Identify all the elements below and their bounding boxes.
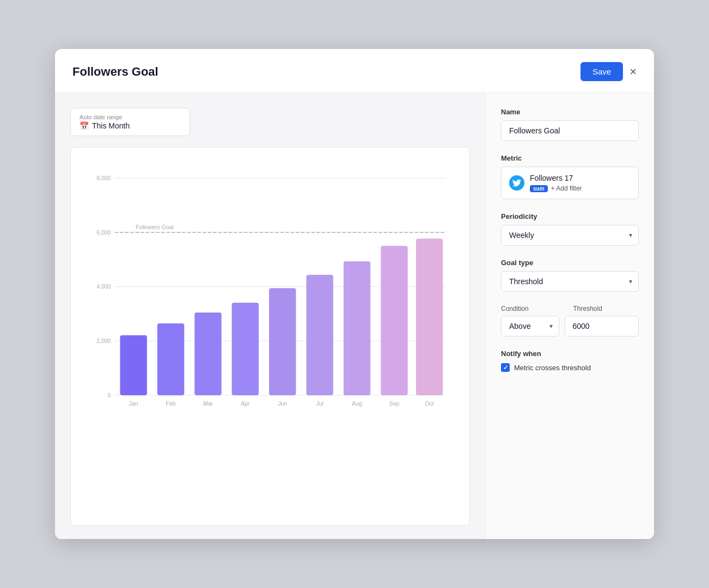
metric-name: Followers 17: [530, 174, 582, 182]
metric-section: Metric Followers 17 sum + Add filter: [501, 154, 639, 199]
name-section: Name: [501, 108, 639, 141]
metric-crosses-checkbox[interactable]: [501, 363, 510, 372]
condition-select-wrapper: Above Below Equal ▾: [501, 316, 559, 336]
svg-text:0: 0: [108, 393, 111, 399]
svg-rect-26: [381, 246, 407, 395]
modal: Followers Goal Save × Auto date range 📅 …: [55, 49, 654, 539]
left-panel: Auto date range 📅 This Month: [55, 93, 485, 539]
svg-text:8,000: 8,000: [96, 175, 111, 181]
svg-text:Jul: Jul: [316, 401, 323, 407]
date-range-value: 📅 This Month: [80, 121, 181, 130]
svg-rect-18: [232, 303, 259, 395]
twitter-icon: [509, 175, 524, 191]
notify-option-text: Metric crosses threshold: [514, 364, 591, 372]
condition-threshold-section: Condition Threshold Above Below Equal ▾: [501, 305, 639, 336]
calendar-icon: 📅: [80, 121, 89, 130]
periodicity-label: Periodicity: [501, 212, 639, 220]
bar-chart: 0 2,000 4,000 6,000 8,000 Followers Goal: [84, 161, 456, 444]
svg-text:6,000: 6,000: [96, 230, 111, 236]
condition-select[interactable]: Above Below Equal: [501, 316, 559, 336]
svg-text:Oct: Oct: [425, 401, 433, 407]
notify-row: Metric crosses threshold: [501, 363, 639, 372]
modal-title: Followers Goal: [72, 65, 158, 79]
metric-info: Followers 17 sum + Add filter: [530, 174, 582, 192]
svg-text:Sep: Sep: [389, 401, 400, 407]
goal-type-section: Goal type Threshold Target ▾: [501, 259, 639, 292]
goal-type-select-wrapper: Threshold Target ▾: [501, 271, 639, 292]
periodicity-select[interactable]: Weekly Daily Monthly: [501, 225, 639, 246]
goal-type-select[interactable]: Threshold Target: [501, 271, 639, 292]
svg-text:Followers Goal: Followers Goal: [136, 224, 174, 230]
svg-text:Aug: Aug: [352, 401, 362, 407]
periodicity-select-wrapper: Weekly Daily Monthly ▾: [501, 225, 639, 246]
periodicity-section: Periodicity Weekly Daily Monthly ▾: [501, 212, 639, 246]
metric-tags: sum + Add filter: [530, 185, 582, 192]
close-button[interactable]: ×: [629, 66, 637, 78]
add-filter-link[interactable]: + Add filter: [551, 185, 582, 192]
notify-label: Notify when: [501, 350, 639, 358]
svg-rect-24: [344, 261, 370, 395]
svg-rect-12: [120, 335, 147, 395]
modal-header: Followers Goal Save ×: [55, 49, 654, 93]
svg-text:2,000: 2,000: [96, 338, 111, 344]
threshold-value-input[interactable]: [565, 316, 639, 336]
metric-section-label: Metric: [501, 154, 639, 162]
save-button[interactable]: Save: [580, 62, 623, 81]
svg-rect-22: [307, 275, 333, 395]
chart-container: 0 2,000 4,000 6,000 8,000 Followers Goal: [70, 147, 470, 526]
right-panel: Name Metric Followers 17 sum: [485, 93, 654, 539]
metric-tag-sum: sum: [530, 185, 548, 192]
date-range-label: Auto date range: [80, 114, 181, 120]
svg-text:4,000: 4,000: [96, 284, 111, 290]
header-actions: Save ×: [580, 62, 637, 81]
svg-text:Feb: Feb: [166, 401, 176, 407]
modal-body: Auto date range 📅 This Month: [55, 93, 654, 539]
svg-text:Jun: Jun: [278, 401, 287, 407]
name-input[interactable]: [501, 120, 639, 141]
svg-text:Jan: Jan: [129, 401, 138, 407]
svg-text:Mar: Mar: [203, 401, 213, 407]
condition-row: Above Below Equal ▾: [501, 316, 639, 336]
name-section-label: Name: [501, 108, 639, 116]
condition-label: Condition: [501, 305, 567, 313]
svg-text:Apr: Apr: [241, 401, 250, 407]
goal-type-label: Goal type: [501, 259, 639, 267]
date-range-selector[interactable]: Auto date range 📅 This Month: [70, 108, 190, 136]
svg-rect-16: [194, 313, 221, 395]
notify-section: Notify when Metric crosses threshold: [501, 350, 639, 372]
svg-rect-20: [269, 288, 296, 395]
threshold-label: Threshold: [573, 305, 639, 313]
metric-box: Followers 17 sum + Add filter: [501, 167, 639, 199]
svg-rect-14: [157, 323, 184, 395]
svg-rect-28: [416, 238, 443, 395]
